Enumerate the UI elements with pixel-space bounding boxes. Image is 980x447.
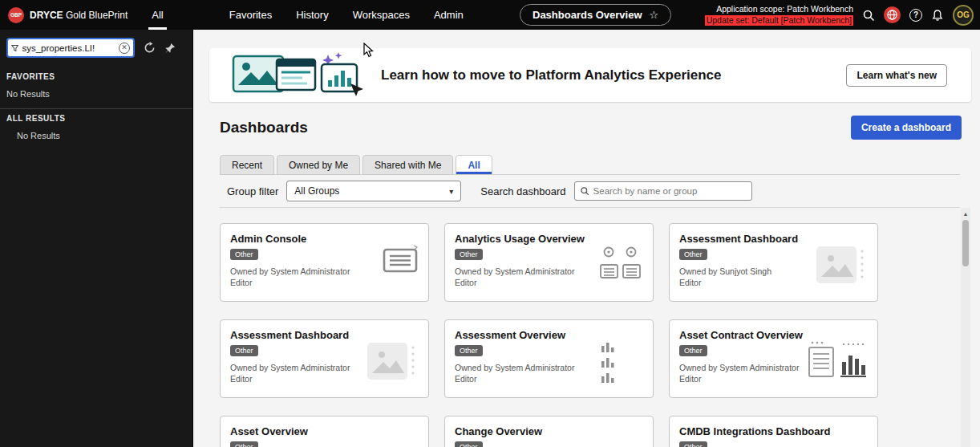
scrollbar-thumb[interactable] xyxy=(962,220,969,266)
dashboard-card-analytics-usage[interactable]: Analytics Usage Overview Other Owned by … xyxy=(444,223,654,302)
favorites-empty-text: No Results xyxy=(0,84,192,108)
navigator-filter-box: ✕ xyxy=(6,38,135,58)
clear-filter-icon[interactable]: ✕ xyxy=(119,43,130,54)
vertical-scrollbar[interactable]: ▲ xyxy=(961,208,970,447)
dashboard-card-title: Admin Console xyxy=(230,233,419,245)
dashboard-filters-row: Group filter All Groups ▾ Search dashboa… xyxy=(227,181,752,201)
favorite-star-icon[interactable]: ☆ xyxy=(650,9,659,21)
search-dashboard-label: Search dashboard xyxy=(480,185,565,197)
nav-item-workspaces[interactable]: Workspaces xyxy=(353,0,410,30)
dashboard-card-title: Assessment Dashboard xyxy=(679,233,868,245)
main-content: Learn how to move to Platform Analytics … xyxy=(193,30,980,447)
list-and-chart-thumbnail-icon xyxy=(807,338,868,384)
dashboard-card-owner: Owned by Sunjyot Singh xyxy=(679,266,808,278)
all-results-section-title: ALL RESULTS xyxy=(0,109,192,126)
dashboard-card-owner: Owned by System Administrator xyxy=(230,266,358,278)
search-icon xyxy=(580,186,589,196)
navigator-sidebar: ✕ FAVORITES No Results ALL RESULTS No Re… xyxy=(0,30,193,447)
dashboard-type-badge: Other xyxy=(679,441,707,447)
dashboard-type-badge: Other xyxy=(230,345,258,356)
all-results-empty-text: No Results xyxy=(0,126,192,150)
scrollbar-up-arrow-icon[interactable]: ▲ xyxy=(961,208,970,219)
search-icon[interactable] xyxy=(862,9,875,22)
dashboard-card-change-overview[interactable]: Change Overview Other xyxy=(444,416,654,447)
analytics-banner: Learn how to move to Platform Analytics … xyxy=(209,48,971,102)
header-right-cluster: Application scope: Patch Workbench Updat… xyxy=(705,0,980,30)
dashboard-type-badge: Other xyxy=(455,441,483,447)
dashboard-type-badge: Other xyxy=(455,249,483,260)
filters-divider xyxy=(220,207,960,208)
widget-grid-thumbnail-icon xyxy=(598,245,643,285)
nav-item-history[interactable]: History xyxy=(296,0,328,30)
tab-recent[interactable]: Recent xyxy=(220,155,274,175)
brand-rest: Gold BluePrint xyxy=(66,10,128,21)
dashboard-card-assessment-overview[interactable]: Assessment Overview Other Owned by Syste… xyxy=(444,319,654,398)
dashboard-card-assessment-admin[interactable]: Assessment Dashboard Other Owned by Syst… xyxy=(220,319,429,398)
header-nav: Favorites History Workspaces Admin xyxy=(229,0,464,30)
banner-title: Learn how to move to Platform Analytics … xyxy=(381,67,721,83)
top-header-bar: GBP DRYCE Gold BluePrint All Favorites H… xyxy=(0,0,980,30)
dashboard-search-input[interactable] xyxy=(593,186,747,196)
pin-sidebar-icon[interactable] xyxy=(164,43,176,54)
dashboard-tabs: Recent Owned by Me Shared with Me All xyxy=(220,155,495,175)
notifications-bell-icon[interactable] xyxy=(931,9,944,22)
help-icon[interactable]: ? xyxy=(909,9,922,22)
bar-charts-thumbnail-icon xyxy=(600,339,618,388)
dashboard-card-title: Assessment Dashboard xyxy=(230,329,419,341)
dashboard-search-box xyxy=(574,181,752,201)
funnel-filter-icon xyxy=(11,43,18,53)
dashboard-type-badge: Other xyxy=(679,249,707,260)
logo-badge-icon: GBP xyxy=(8,7,24,23)
app-logo[interactable]: GBP DRYCE Gold BluePrint xyxy=(8,7,128,23)
dashboards-grid: Admin Console Other Owned by System Admi… xyxy=(220,223,878,447)
dashboard-card-admin-console[interactable]: Admin Console Other Owned by System Admi… xyxy=(220,223,429,302)
dashboard-card-cmdb-integrations[interactable]: CMDB Integrations Dashboard Other xyxy=(669,416,878,447)
nav-item-favorites[interactable]: Favorites xyxy=(229,0,272,30)
favorites-section-title: FAVORITES xyxy=(0,67,192,84)
group-filter-select[interactable]: All Groups ▾ xyxy=(286,181,461,201)
page-title: Dashboards xyxy=(220,119,308,136)
group-filter-label: Group filter xyxy=(227,185,278,197)
dashboard-card-owner: Owned by System Administrator xyxy=(455,266,583,278)
learn-whats-new-button[interactable]: Learn what's new xyxy=(846,64,947,87)
globe-icon[interactable] xyxy=(884,6,901,23)
navigator-filter-input[interactable] xyxy=(22,43,115,53)
dashboard-card-title: Asset Overview xyxy=(230,425,419,437)
dashboard-card-owner: Owned by System Administrator xyxy=(230,363,358,374)
page-context-label: Dashboards Overview xyxy=(533,9,642,21)
dashboard-card-title: Change Overview xyxy=(455,425,643,437)
create-dashboard-button[interactable]: Create a dashboard xyxy=(851,116,962,140)
dashboard-card-assessment-sunjyot[interactable]: Assessment Dashboard Other Owned by Sunj… xyxy=(669,223,878,302)
dashboard-card-owner: Owned by System Administrator xyxy=(679,363,808,374)
dashboard-card-owner: Owned by System Administrator xyxy=(455,363,583,374)
tab-owned-by-me[interactable]: Owned by Me xyxy=(277,155,360,175)
tab-all[interactable]: All xyxy=(456,155,492,175)
dashboard-type-badge: Other xyxy=(230,441,258,447)
dashboard-type-badge: Other xyxy=(455,345,483,356)
form-list-thumbnail-icon xyxy=(382,245,419,278)
nav-item-admin[interactable]: Admin xyxy=(434,0,464,30)
dashboard-card-title: Analytics Usage Overview xyxy=(455,233,643,245)
dashboard-type-badge: Other xyxy=(230,249,258,260)
chevron-down-icon: ▾ xyxy=(449,187,453,196)
image-placeholder-thumbnail-icon xyxy=(815,245,868,288)
group-filter-value: All Groups xyxy=(294,185,339,197)
nav-item-all[interactable]: All xyxy=(148,0,166,30)
dashboard-card-asset-overview[interactable]: Asset Overview Other xyxy=(220,416,429,447)
dashboard-card-role: Editor xyxy=(230,278,419,289)
update-set-line: Update set: Default [Patch Workbench] xyxy=(705,15,853,26)
brand-text: DRYCE Gold BluePrint xyxy=(30,10,128,21)
page-context-pill[interactable]: Dashboards Overview ☆ xyxy=(520,4,671,26)
dashboard-card-title: CMDB Integrations Dashboard xyxy=(679,425,868,437)
image-placeholder-thumbnail-icon xyxy=(366,341,419,384)
navigator-filter-row: ✕ xyxy=(0,30,192,67)
page-header-row: Dashboards Create a dashboard xyxy=(220,116,962,140)
user-avatar[interactable]: OG xyxy=(953,5,974,26)
help-glyph: ? xyxy=(909,9,922,22)
refresh-icon[interactable] xyxy=(144,42,156,54)
dashboard-card-asset-contract[interactable]: Asset Contract Overview Other Owned by S… xyxy=(669,319,878,398)
dashboard-type-badge: Other xyxy=(679,345,707,356)
brand-bold: DRYCE xyxy=(30,10,63,21)
application-scope-line: Application scope: Patch Workbench xyxy=(705,4,853,14)
tab-shared-with-me[interactable]: Shared with Me xyxy=(362,155,453,175)
